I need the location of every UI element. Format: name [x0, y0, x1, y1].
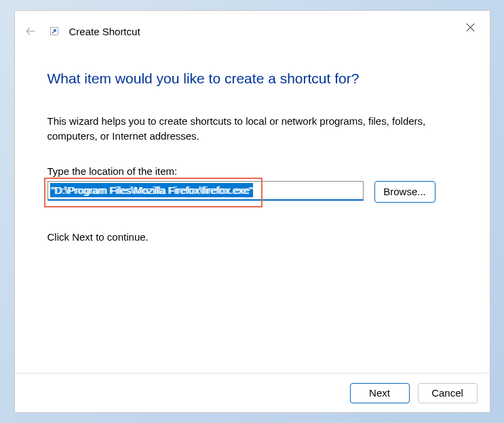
location-row: "D:\Program Files\Mozilla Firefox\firefo…	[47, 181, 457, 203]
location-input-wrap: "D:\Program Files\Mozilla Firefox\firefo…	[47, 181, 364, 201]
create-shortcut-wizard: Create Shortcut What item would you like…	[14, 10, 490, 413]
location-label: Type the location of the item:	[47, 165, 457, 177]
browse-button[interactable]: Browse...	[374, 181, 435, 203]
location-input[interactable]	[47, 181, 364, 201]
back-button	[23, 24, 38, 39]
wizard-content: What item would you like to create a sho…	[15, 42, 490, 373]
description-text: This wizard helps you to create shortcut…	[47, 114, 457, 144]
back-arrow-icon	[24, 25, 37, 37]
page-heading: What item would you like to create a sho…	[47, 70, 457, 87]
wizard-header: Create Shortcut	[15, 11, 490, 42]
next-button[interactable]: Next	[350, 383, 410, 403]
cancel-button[interactable]: Cancel	[418, 383, 478, 403]
continue-instruction: Click Next to continue.	[47, 231, 457, 243]
wizard-footer: Next Cancel	[15, 373, 490, 412]
shortcut-icon	[49, 26, 60, 37]
close-icon	[466, 23, 475, 32]
window-title: Create Shortcut	[69, 26, 140, 37]
close-button[interactable]	[461, 18, 480, 37]
